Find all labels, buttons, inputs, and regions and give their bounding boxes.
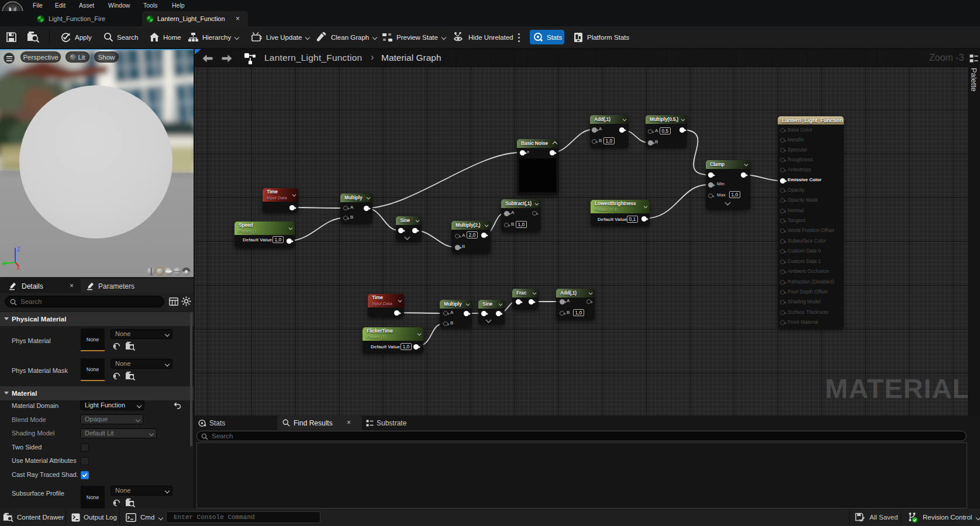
svg-text:X: X bbox=[16, 265, 20, 270]
svg-text:Z: Z bbox=[17, 246, 20, 252]
